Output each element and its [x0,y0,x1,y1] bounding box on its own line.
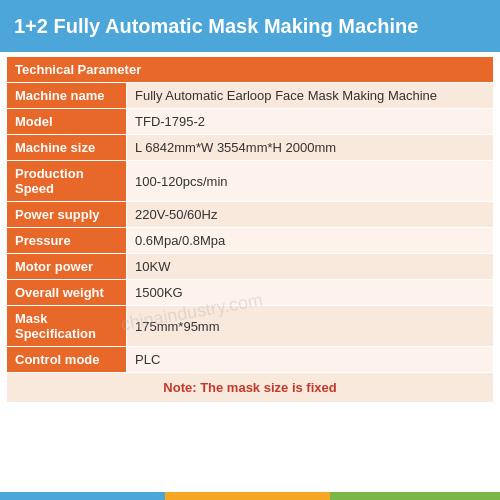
row-label-cell: Model [7,109,127,135]
table-row: ModelTFD-1795-2 [7,109,494,135]
row-label-cell: Control mode [7,347,127,373]
row-value-cell: PLC [127,347,494,373]
row-value-cell: 175mm*95mm [127,306,494,347]
table-row: Overall weight1500KG [7,280,494,306]
note-cell: Note: The mask size is fixed [7,373,494,403]
page-container: 1+2 Fully Automatic Mask Making Machine … [0,0,500,500]
table-row: Mask Specification175mm*95mm [7,306,494,347]
row-label-cell: Machine size [7,135,127,161]
row-value-cell: Fully Automatic Earloop Face Mask Making… [127,83,494,109]
table-row: Power supply220V-50/60Hz [7,202,494,228]
row-label-cell: Overall weight [7,280,127,306]
row-value-cell: 0.6Mpa/0.8Mpa [127,228,494,254]
page-title: 1+2 Fully Automatic Mask Making Machine [14,15,418,38]
row-value-cell: L 6842mm*W 3554mm*H 2000mm [127,135,494,161]
table-row: Control modePLC [7,347,494,373]
title-bar: 1+2 Fully Automatic Mask Making Machine [0,0,500,52]
row-label-cell: Pressure [7,228,127,254]
table-wrapper: chinaindustry.com Technical ParameterMac… [0,52,500,492]
table-header-row: Technical Parameter [7,57,494,83]
row-value-cell: TFD-1795-2 [127,109,494,135]
table-row: Motor power10KW [7,254,494,280]
row-value-cell: 220V-50/60Hz [127,202,494,228]
row-value-cell: 10KW [127,254,494,280]
spec-table: Technical ParameterMachine nameFully Aut… [6,56,494,403]
bottom-bar [0,492,500,500]
note-row: Note: The mask size is fixed [7,373,494,403]
row-label-cell: Motor power [7,254,127,280]
row-value-cell: 1500KG [127,280,494,306]
table-row: Pressure0.6Mpa/0.8Mpa [7,228,494,254]
row-label-cell: Machine name [7,83,127,109]
header-cell: Technical Parameter [7,57,494,83]
row-label-cell: Mask Specification [7,306,127,347]
row-label-cell: Production Speed [7,161,127,202]
table-row: Machine sizeL 6842mm*W 3554mm*H 2000mm [7,135,494,161]
table-row: Machine nameFully Automatic Earloop Face… [7,83,494,109]
table-row: Production Speed100-120pcs/min [7,161,494,202]
row-value-cell: 100-120pcs/min [127,161,494,202]
row-label-cell: Power supply [7,202,127,228]
